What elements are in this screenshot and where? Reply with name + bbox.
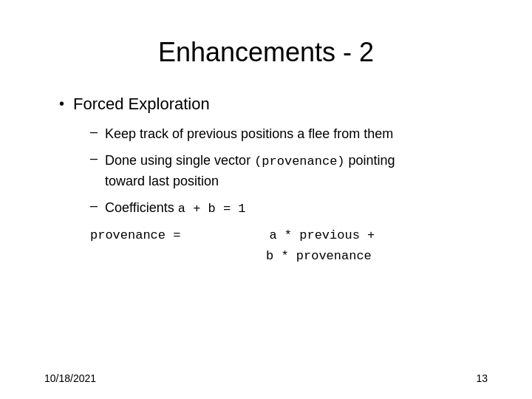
code-line-2: b * provenance bbox=[90, 246, 488, 266]
code-block: provenance = a * previous + b * provenan… bbox=[90, 225, 488, 265]
code-line1-right: a * previous + bbox=[269, 225, 375, 245]
code-line2-right: b * provenance bbox=[266, 246, 372, 266]
bullet-section: • Forced Exploration – Keep track of pre… bbox=[59, 95, 488, 266]
sub-text-1: Keep track of previous positions a flee … bbox=[105, 124, 393, 143]
sub-text-2: Done using single vector (provenance) po… bbox=[105, 151, 395, 191]
footer: 10/18/2021 13 bbox=[44, 372, 488, 384]
sub-dash-2: – bbox=[90, 151, 98, 166]
bullet-dot: • bbox=[59, 95, 64, 112]
sub-bullet-3: – Coefficients a + b = 1 bbox=[90, 198, 488, 219]
mono-provenance: (provenance) bbox=[254, 154, 344, 168]
sub-dash-3: – bbox=[90, 198, 98, 214]
sub-dash-1: – bbox=[90, 124, 98, 140]
sub-bullet-2: – Done using single vector (provenance) … bbox=[90, 151, 488, 191]
mono-coefficients: a + b = 1 bbox=[178, 202, 246, 216]
sub-text-3: Coefficients a + b = 1 bbox=[105, 198, 246, 219]
slide-title: Enhancements - 2 bbox=[44, 37, 488, 68]
code-provenance-label: provenance = bbox=[90, 225, 180, 245]
sub-bullets: – Keep track of previous positions a fle… bbox=[90, 124, 488, 218]
footer-date: 10/18/2021 bbox=[44, 372, 96, 384]
bullet-label: Forced Exploration bbox=[73, 95, 210, 114]
main-bullet: • Forced Exploration bbox=[59, 95, 488, 114]
footer-page: 13 bbox=[476, 372, 488, 384]
slide: Enhancements - 2 • Forced Exploration – … bbox=[0, 0, 532, 399]
code-line-1: provenance = a * previous + bbox=[90, 225, 488, 245]
sub-bullet-1: – Keep track of previous positions a fle… bbox=[90, 124, 488, 143]
